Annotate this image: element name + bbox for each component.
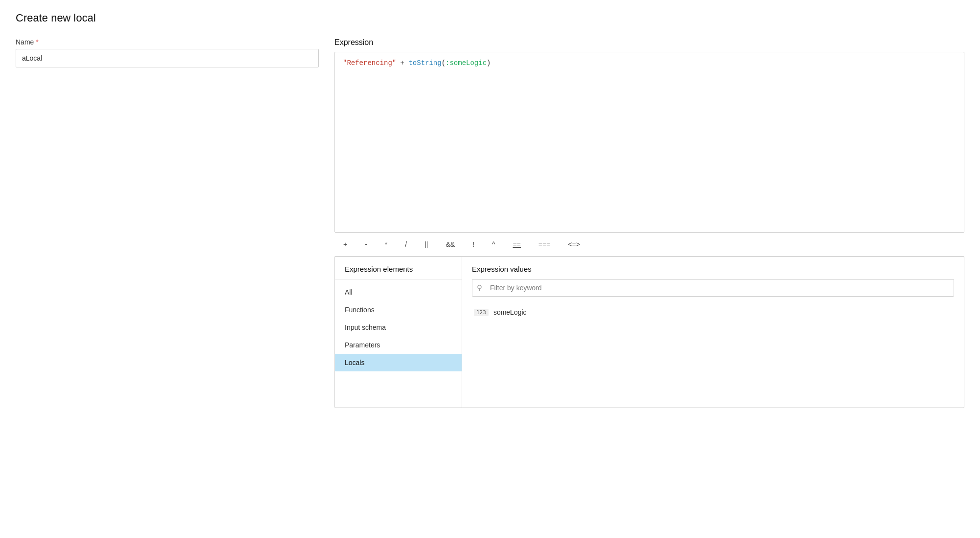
op-plus[interactable]: +	[334, 237, 356, 251]
expression-values-header: Expression values	[472, 265, 954, 273]
expression-label: Expression	[334, 38, 964, 47]
name-field-label: Name*	[16, 38, 319, 46]
op-or[interactable]: ||	[416, 237, 437, 251]
op-and[interactable]: &&	[437, 237, 464, 251]
element-functions[interactable]: Functions	[335, 301, 462, 319]
right-panel: Expression "Referencing" + toString(:som…	[334, 38, 964, 408]
value-name-somelogic: someLogic	[493, 308, 527, 316]
main-layout: Name* Expression "Referencing" + toStrin…	[16, 38, 964, 408]
element-locals[interactable]: Locals	[335, 354, 462, 371]
expression-values-panel: Expression values ⚲ 123 someLogic	[462, 257, 964, 408]
left-panel: Name*	[16, 38, 319, 67]
expr-ref: :someLogic	[445, 59, 487, 67]
expression-elements-panel: Expression elements All Functions Input …	[335, 257, 462, 408]
op-compare[interactable]: <=>	[559, 237, 589, 251]
expression-elements-header: Expression elements	[335, 257, 462, 280]
filter-input-wrap: ⚲	[472, 279, 954, 297]
expr-function: toString	[408, 59, 441, 67]
op-xor[interactable]: ^	[483, 237, 504, 251]
filter-input[interactable]	[472, 279, 954, 297]
bottom-panels: Expression elements All Functions Input …	[334, 257, 964, 408]
name-input[interactable]	[16, 49, 319, 67]
required-star: *	[36, 38, 38, 46]
op-multiply[interactable]: *	[376, 237, 396, 251]
type-badge-123: 123	[474, 309, 489, 316]
element-input-schema[interactable]: Input schema	[335, 319, 462, 336]
element-list: All Functions Input schema Parameters Lo…	[335, 280, 462, 375]
element-parameters[interactable]: Parameters	[335, 336, 462, 354]
element-all[interactable]: All	[335, 283, 462, 301]
op-not[interactable]: !	[464, 237, 483, 251]
op-divide[interactable]: /	[396, 237, 416, 251]
op-strict-eq[interactable]: ===	[530, 237, 559, 251]
op-eq[interactable]: ==	[504, 237, 530, 251]
op-minus[interactable]: -	[356, 237, 376, 251]
page-title: Create new local	[16, 12, 964, 24]
expr-string: "Referencing"	[343, 59, 396, 67]
operators-bar: + - * / || && ! ^ == === <=>	[334, 233, 964, 257]
value-item-somelogic[interactable]: 123 someLogic	[472, 304, 954, 320]
expression-editor[interactable]: "Referencing" + toString(:someLogic)	[334, 52, 964, 233]
